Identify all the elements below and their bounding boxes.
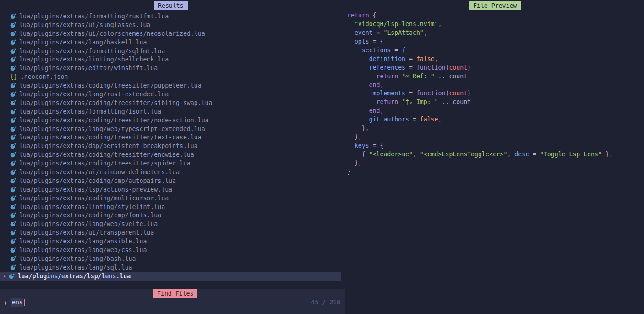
- lua-file-icon: [10, 160, 16, 166]
- result-row[interactable]: ▸lua/plugins/extras/coding/treesitter/en…: [0, 150, 345, 159]
- code-line: { "<leader>ue", "<cmd>LspLensToggle<cr>"…: [347, 150, 613, 159]
- result-row[interactable]: ▸lua/plugins/extras/lang/web/svelte.lua: [0, 220, 345, 228]
- file-preview-code: return { "VidocqH/lsp-lens.nvim", event …: [347, 11, 613, 176]
- lua-file-icon: [10, 83, 16, 88]
- result-row[interactable]: ▸lua/plugins/extras/formatting/sqlfmt.lu…: [0, 47, 345, 55]
- file-path: lua/plugins/extras/coding/treesitter/pup…: [19, 82, 202, 89]
- result-row[interactable]: ▸lua/plugins/extras/dap/persistent-break…: [0, 142, 345, 150]
- prompt-window: Find Files ❯ ens 45 / 218: [0, 289, 345, 314]
- file-path: lua/plugins/extras/ui/sunglasses.lua: [19, 22, 150, 28]
- file-path: lua/plugins/extras/lsp/lens.lua: [18, 273, 131, 280]
- lua-file-icon: [10, 169, 16, 175]
- lua-file-icon: [10, 91, 16, 97]
- code-line: sections = {: [347, 46, 613, 55]
- file-path: lua/plugins/extras/lsp/actions-preview.l…: [19, 186, 172, 193]
- result-row[interactable]: ▸lua/plugins/extras/coding/treesitter/si…: [0, 99, 345, 107]
- result-row[interactable]: ▸lua/plugins/extras/coding/treesitter/te…: [0, 133, 345, 142]
- result-row[interactable]: ▸lua/plugins/extras/lang/bash.lua: [0, 254, 345, 263]
- code-line: "VidocqH/lsp-lens.nvim",: [347, 20, 613, 29]
- lua-file-icon: [10, 152, 16, 158]
- result-row[interactable]: ▸lua/plugins/extras/formatting/rustfmt.l…: [0, 12, 345, 21]
- result-row[interactable]: ▸lua/plugins/extras/lang/rust-extended.l…: [0, 90, 345, 99]
- result-row[interactable]: ▸{}.neoconf.json: [0, 72, 345, 81]
- file-path: lua/plugins/extras/linting/shellcheck.lu…: [19, 56, 169, 63]
- file-path: lua/plugins/extras/lang/web/css.lua: [19, 247, 147, 253]
- result-row[interactable]: ▸lua/plugins/extras/linting/shellcheck.l…: [0, 55, 345, 64]
- code-line: end,: [347, 81, 613, 90]
- lua-file-icon: [10, 178, 16, 184]
- lua-file-icon: [10, 187, 16, 193]
- code-line: git_authors = false,: [347, 116, 613, 124]
- file-path: lua/plugins/extras/lang/ansible.lua: [19, 238, 147, 245]
- result-row[interactable]: ▸lua/plugins/extras/linting/stylelint.lu…: [0, 203, 345, 211]
- lua-file-icon: [10, 39, 16, 45]
- prompt-caret-icon: ❯: [4, 299, 7, 306]
- json-file-icon: {}: [10, 73, 17, 80]
- code-line: references = function(count): [347, 64, 613, 72]
- lua-file-icon: [9, 273, 15, 279]
- result-row[interactable]: ▸lua/plugins/extras/lsp/lens.lua: [0, 272, 341, 281]
- file-path: lua/plugins/extras/ui/colorschemes/neoso…: [19, 30, 205, 37]
- file-preview-panel-title: File Preview: [469, 1, 521, 10]
- result-row[interactable]: ▸lua/plugins/extras/coding/multicursor.l…: [0, 194, 345, 203]
- result-row[interactable]: ▸lua/plugins/extras/coding/treesitter/sp…: [0, 159, 345, 168]
- result-row[interactable]: ▸lua/plugins/extras/lang/web/css.lua: [0, 246, 345, 254]
- result-row[interactable]: ▸lua/plugins/extras/lang/sql.lua: [0, 263, 345, 272]
- file-path: lua/plugins/extras/lang/sql.lua: [19, 264, 132, 271]
- result-row[interactable]: ▸lua/plugins/extras/lang/ansible.lua: [0, 237, 345, 246]
- lua-file-icon: [10, 109, 16, 115]
- result-row[interactable]: ▸lua/plugins/extras/coding/treesitter/no…: [0, 116, 345, 125]
- file-path: lua/plugins/extras/formatting/rustfmt.lu…: [19, 13, 169, 20]
- lua-file-icon: [10, 65, 16, 71]
- code-line: }: [347, 168, 613, 176]
- telescope-find-files-window: Results File Preview ▸lua/plugins/extras…: [0, 0, 644, 314]
- result-row[interactable]: ▸lua/plugins/extras/coding/cmp/fonts.lua: [0, 211, 345, 220]
- file-path: lua/plugins/extras/ui/transparent.lua: [19, 229, 154, 236]
- result-row[interactable]: ▸lua/plugins/extras/formatting/isort.lua: [0, 107, 345, 116]
- selection-caret-icon: ▸: [3, 273, 6, 279]
- lua-file-icon: [10, 48, 16, 54]
- file-path: lua/plugins/extras/linting/stylelint.lua: [19, 204, 165, 210]
- file-path: lua/plugins/extras/editor/winshift.lua: [19, 65, 158, 72]
- result-row[interactable]: ▸lua/plugins/extras/lang/web/typescript-…: [0, 125, 345, 133]
- result-row[interactable]: ▸lua/plugins/extras/coding/cmp/autopairs…: [0, 176, 345, 185]
- lua-file-icon: [10, 117, 16, 123]
- lua-file-icon: [10, 247, 16, 253]
- lua-file-icon: [10, 31, 16, 37]
- lua-file-icon: [10, 212, 16, 218]
- file-path: lua/plugins/extras/coding/treesitter/spi…: [19, 160, 191, 167]
- file-path: lua/plugins/extras/lang/web/svelte.lua: [19, 220, 158, 227]
- lua-file-icon: [10, 221, 16, 227]
- code-line: opts = {: [347, 38, 613, 46]
- lua-file-icon: [10, 143, 16, 149]
- result-row[interactable]: ▸lua/plugins/extras/ui/colorschemes/neos…: [0, 29, 345, 38]
- search-query-input[interactable]: ens: [11, 298, 23, 307]
- file-path: lua/plugins/extras/lang/rust-extended.lu…: [19, 91, 169, 98]
- result-row[interactable]: ▸lua/plugins/extras/lang/haskell.lua: [0, 38, 345, 47]
- code-line: return {: [347, 11, 613, 20]
- code-line: return "∞ Ref: " .. count: [347, 72, 613, 81]
- result-row[interactable]: ▸lua/plugins/extras/editor/winshift.lua: [0, 64, 345, 72]
- file-path: .neoconf.json: [21, 73, 68, 80]
- file-path: lua/plugins/extras/coding/treesitter/end…: [19, 151, 194, 158]
- file-path: lua/plugins/extras/coding/cmp/autopairs.…: [19, 177, 176, 184]
- file-path: lua/plugins/extras/coding/treesitter/sib…: [19, 99, 213, 106]
- result-row[interactable]: ▸lua/plugins/extras/lsp/actions-preview.…: [0, 185, 345, 194]
- result-row[interactable]: ▸lua/plugins/extras/ui/sunglasses.lua: [0, 21, 345, 29]
- result-row[interactable]: ▸lua/plugins/extras/ui/rainbow-delimeter…: [0, 168, 345, 176]
- lua-file-icon: [10, 264, 16, 270]
- prompt-line[interactable]: ❯ ens: [4, 298, 25, 307]
- lua-file-icon: [10, 22, 16, 28]
- text-cursor: [24, 299, 25, 306]
- file-path: lua/plugins/extras/formatting/isort.lua: [19, 108, 161, 115]
- code-line: implements = function(count): [347, 89, 613, 98]
- lua-file-icon: [10, 256, 16, 262]
- code-line: event = "LspAttach",: [347, 29, 613, 38]
- prompt-title: Find Files: [153, 289, 197, 298]
- file-path: lua/plugins/extras/coding/treesitter/nod…: [19, 117, 209, 124]
- result-row[interactable]: ▸lua/plugins/extras/coding/treesitter/pu…: [0, 81, 345, 90]
- results-list: ▸lua/plugins/extras/formatting/rustfmt.l…: [0, 12, 345, 281]
- file-path: lua/plugins/extras/formatting/sqlfmt.lua: [19, 48, 165, 55]
- lua-file-icon: [10, 134, 16, 140]
- result-row[interactable]: ▸lua/plugins/extras/ui/transparent.lua: [0, 228, 345, 237]
